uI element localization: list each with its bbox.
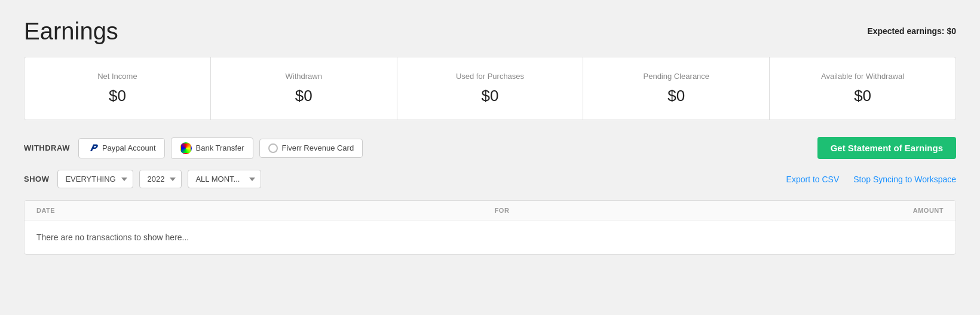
withdraw-label: WITHDRAW: [24, 143, 70, 152]
stat-pending-clearance-label: Pending Clearance: [593, 72, 760, 81]
filter-dropdown[interactable]: EVERYTHING INCOME EXPENSES: [57, 170, 133, 188]
stat-withdrawn: Withdrawn $0: [211, 57, 397, 120]
show-label: SHOW: [24, 175, 49, 184]
paypal-button[interactable]: 𝙋 Paypal Account: [78, 138, 165, 158]
stat-available-withdrawal-label: Available for Withdrawal: [779, 72, 946, 81]
paypal-icon: 𝙋: [87, 143, 98, 154]
revenue-card-label: Fiverr Revenue Card: [282, 143, 354, 152]
expected-earnings: Expected earnings: $0: [867, 18, 956, 36]
table-col-date-header: DATE: [36, 207, 132, 214]
transactions-table: DATE FOR AMOUNT There are no transaction…: [24, 200, 956, 255]
stat-available-withdrawal: Available for Withdrawal $0: [770, 57, 956, 120]
stat-withdrawn-label: Withdrawn: [220, 72, 387, 81]
show-right: Export to CSV Stop Syncing to Workspace: [786, 175, 956, 184]
withdraw-left: WITHDRAW 𝙋 Paypal Account Bank Transfer …: [24, 137, 363, 159]
revenue-card-button[interactable]: Fiverr Revenue Card: [259, 139, 363, 158]
show-row: SHOW EVERYTHING INCOME EXPENSES 2022 202…: [24, 170, 956, 188]
expected-earnings-label: Expected earnings:: [867, 26, 944, 36]
stop-syncing-link[interactable]: Stop Syncing to Workspace: [853, 175, 956, 184]
table-col-amount-header: AMOUNT: [872, 207, 944, 214]
page-title: Earnings: [24, 18, 118, 45]
bank-icon: [180, 142, 192, 154]
get-statement-button[interactable]: Get Statement of Earnings: [817, 137, 956, 159]
stat-withdrawn-value: $0: [220, 87, 387, 105]
revenue-card-icon: [268, 143, 278, 153]
stat-net-income-label: Net Income: [34, 72, 201, 81]
bank-label: Bank Transfer: [196, 143, 244, 152]
stats-card: Net Income $0 Withdrawn $0 Used for Purc…: [24, 57, 956, 120]
stat-net-income: Net Income $0: [24, 57, 211, 120]
stat-used-purchases-value: $0: [407, 87, 574, 105]
withdraw-row: WITHDRAW 𝙋 Paypal Account Bank Transfer …: [24, 137, 956, 159]
table-empty-message: There are no transactions to show here..…: [24, 221, 956, 254]
export-csv-link[interactable]: Export to CSV: [786, 175, 840, 184]
expected-earnings-value: $0: [947, 26, 956, 36]
bank-transfer-button[interactable]: Bank Transfer: [171, 137, 253, 159]
table-col-for-header: FOR: [132, 207, 872, 214]
stat-pending-clearance-value: $0: [593, 87, 760, 105]
year-dropdown[interactable]: 2022 2021 2020 2019: [139, 170, 182, 188]
stat-pending-clearance: Pending Clearance $0: [583, 57, 770, 120]
show-left: SHOW EVERYTHING INCOME EXPENSES 2022 202…: [24, 170, 261, 188]
table-header: DATE FOR AMOUNT: [24, 201, 956, 221]
stat-net-income-value: $0: [34, 87, 201, 105]
month-dropdown[interactable]: ALL MONT... JANUARY FEBRUARY MARCH APRIL…: [188, 170, 261, 188]
stat-available-withdrawal-value: $0: [779, 87, 946, 105]
paypal-label: Paypal Account: [102, 143, 156, 152]
header-row: Earnings Expected earnings: $0: [24, 18, 956, 45]
stat-used-purchases-label: Used for Purchases: [407, 72, 574, 81]
stat-used-purchases: Used for Purchases $0: [397, 57, 584, 120]
